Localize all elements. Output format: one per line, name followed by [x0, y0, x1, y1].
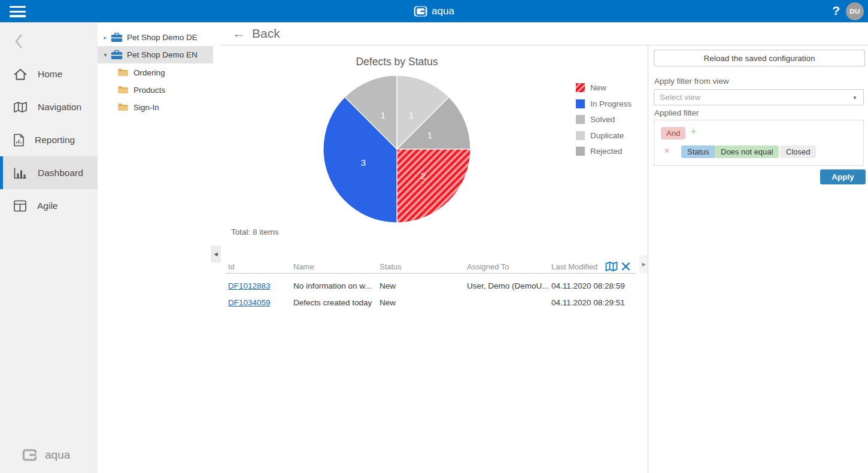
report-document-icon	[13, 134, 25, 147]
panel-divider	[648, 45, 648, 473]
avatar[interactable]: DU	[846, 2, 864, 20]
tree-item-pet-shop-demo-en[interactable]: ▾ Pet Shop Demo EN	[98, 46, 213, 63]
brand-text: aqua	[432, 5, 454, 17]
view-select-placeholder: Select view	[660, 93, 700, 102]
expand-right-icon: ▶	[642, 262, 645, 267]
sidebar-item-agile[interactable]: Agile	[0, 189, 98, 222]
remove-condition-icon[interactable]: ×	[664, 145, 670, 157]
project-briefcase-icon	[111, 32, 123, 43]
sidebar-collapse-button[interactable]	[13, 32, 25, 53]
sidebar-item-dashboard[interactable]: Dashboard	[0, 156, 98, 189]
map-icon	[13, 101, 28, 113]
aqua-logo-icon	[414, 6, 427, 17]
sidebar-item-label: Navigation	[38, 102, 81, 113]
tree-collapse-caret-icon[interactable]: ▾	[102, 51, 109, 58]
sidebar: Home Navigation Reporting	[0, 23, 98, 473]
tree-expand-caret-icon[interactable]: ▸	[102, 34, 109, 41]
app-root: aqua ? DU Home Navigation	[0, 0, 868, 473]
defect-modified-cell: 04.11.2020 08:29:51	[551, 294, 625, 311]
legend-label: Solved	[590, 115, 615, 124]
folder-icon	[117, 86, 129, 94]
sidebar-nav: Home Navigation Reporting	[0, 57, 98, 222]
menu-button[interactable]	[10, 6, 26, 17]
pie-slice-new[interactable]	[397, 149, 471, 223]
tree-item-label: Ordering	[133, 68, 165, 77]
applied-filter-box: And + × Status Does not equal Closed	[654, 120, 864, 166]
bar-chart-icon	[13, 167, 28, 179]
legend-swatch-rejected	[576, 147, 585, 156]
board-grid-icon	[13, 200, 27, 212]
legend-swatch-in-progress	[576, 99, 585, 108]
sidebar-item-label: Reporting	[35, 135, 75, 145]
legend-item-new[interactable]: New	[576, 83, 632, 92]
tree-item-ordering[interactable]: Ordering	[98, 64, 213, 81]
filter-operator-and-chip[interactable]: And	[661, 127, 685, 140]
open-in-navigation-map-icon[interactable]	[605, 261, 618, 272]
top-bar: aqua ? DU	[0, 0, 868, 23]
chevron-left-icon	[13, 32, 25, 50]
defect-id-link[interactable]: DF1012883	[228, 281, 271, 290]
legend-item-duplicate[interactable]: Duplicate	[576, 131, 632, 140]
close-widget-icon[interactable]	[621, 262, 630, 271]
apply-filter-from-view-label: Apply filter from view	[654, 77, 729, 86]
defect-status-cell: New	[380, 294, 396, 311]
project-briefcase-icon	[111, 50, 123, 60]
expand-right-handle[interactable]: ▶	[639, 255, 648, 274]
pie-value-in-progress: 3	[361, 157, 366, 168]
sidebar-item-label: Agile	[37, 201, 57, 211]
tree-item-label: Sign-In	[133, 103, 159, 112]
add-condition-icon[interactable]: +	[690, 125, 697, 138]
table-row[interactable]: DF1034059 Defects created today New 04.1…	[225, 294, 639, 311]
applied-filter-label: Applied filter	[654, 108, 699, 117]
sidebar-footer-brand: aqua	[20, 448, 70, 462]
collapse-left-handle[interactable]: ◀	[211, 245, 221, 263]
sidebar-item-home[interactable]: Home	[0, 57, 98, 90]
header-divider	[220, 45, 868, 46]
tree-item-sign-in[interactable]: Sign-In	[98, 99, 213, 116]
footer-brand-text: aqua	[45, 448, 70, 462]
legend-label: Rejected	[590, 147, 622, 156]
defect-name-cell: Defects created today	[293, 294, 372, 311]
defect-modified-cell: 04.11.2020 08:28:59	[551, 277, 625, 294]
legend-swatch-new	[576, 83, 585, 92]
apply-filter-button[interactable]: Apply	[820, 169, 866, 184]
pie-value-solved: 1	[381, 110, 386, 120]
legend-item-rejected[interactable]: Rejected	[576, 147, 632, 156]
table-header-row: Id Name Status Assigned To Last Modified	[225, 260, 636, 274]
defect-name-cell: No information on w...	[293, 277, 372, 294]
legend-swatch-duplicate	[576, 131, 585, 140]
tree-item-pet-shop-demo-de[interactable]: ▸ Pet Shop Demo DE	[98, 29, 213, 46]
filter-value-chip[interactable]: Closed	[780, 145, 816, 158]
column-header-last-modified[interactable]: Last Modified	[551, 260, 597, 274]
tree-item-products[interactable]: Products	[98, 81, 213, 98]
sidebar-item-navigation[interactable]: Navigation	[0, 90, 98, 123]
back-arrow-icon: ←	[232, 26, 245, 41]
column-header-name[interactable]: Name	[293, 260, 314, 274]
view-select[interactable]: Select view ▼	[654, 89, 864, 105]
menu-icon	[10, 6, 26, 8]
pie-value-new: 2	[421, 171, 426, 181]
collapse-left-icon: ◀	[214, 251, 217, 257]
defect-id-link[interactable]: DF1034059	[228, 298, 271, 307]
defects-table: Id Name Status Assigned To Last Modified…	[225, 260, 639, 311]
legend-item-in-progress[interactable]: In Progress	[576, 99, 632, 108]
home-icon	[13, 68, 28, 81]
back-button[interactable]: ← Back	[232, 26, 280, 41]
chart-legend: New In Progress Solved Duplicate Rejecte…	[576, 83, 632, 156]
table-row[interactable]: DF1012883 No information on w... New Use…	[225, 277, 639, 294]
tree-item-label: Products	[133, 86, 165, 95]
filter-field-chip[interactable]: Status	[681, 145, 715, 158]
help-button[interactable]: ?	[832, 4, 840, 18]
legend-item-solved[interactable]: Solved	[576, 115, 632, 124]
legend-label: Duplicate	[590, 131, 624, 140]
dropdown-caret-icon: ▼	[852, 95, 857, 101]
reload-configuration-button[interactable]: Reload the saved configuration	[654, 50, 865, 66]
sidebar-item-reporting[interactable]: Reporting	[0, 123, 98, 156]
column-header-assigned-to[interactable]: Assigned To	[467, 260, 509, 274]
defects-by-status-pie-chart: 2 3 1 1 1	[323, 75, 471, 223]
tree-item-label: Pet Shop Demo EN	[127, 50, 198, 59]
tree-item-label: Pet Shop Demo DE	[127, 33, 198, 42]
filter-operator-chip[interactable]: Does not equal	[715, 145, 779, 158]
column-header-status[interactable]: Status	[380, 260, 402, 274]
column-header-id[interactable]: Id	[228, 260, 235, 274]
